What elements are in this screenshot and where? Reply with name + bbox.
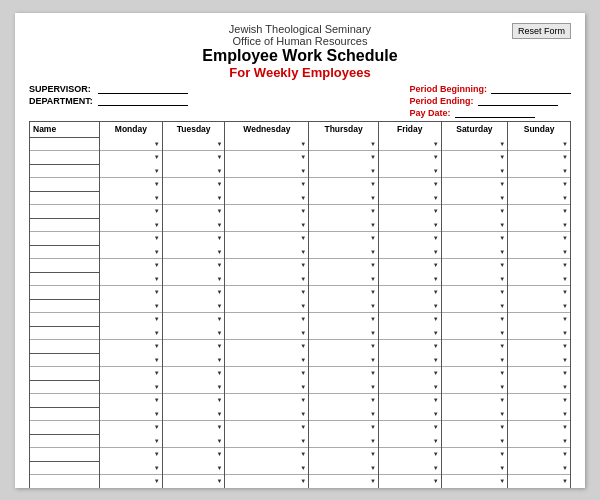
friday-select-1[interactable]: 6:00 AM7:00 AM8:00 AM9:00 AM10:00 AM11:0…: [379, 313, 441, 326]
tuesday-select-1[interactable]: 6:00 AM7:00 AM8:00 AM9:00 AM10:00 AM11:0…: [163, 151, 225, 164]
saturday-select-1[interactable]: 6:00 AM7:00 AM8:00 AM9:00 AM10:00 AM11:0…: [442, 367, 508, 380]
friday-select-0[interactable]: 6:00 AM7:00 AM8:00 AM9:00 AM10:00 AM11:0…: [379, 164, 441, 177]
wednesday-select-1[interactable]: 6:00 AM7:00 AM8:00 AM9:00 AM10:00 AM11:0…: [225, 367, 308, 380]
saturday-select-1[interactable]: 6:00 AM7:00 AM8:00 AM9:00 AM10:00 AM11:0…: [442, 259, 508, 272]
sunday-select-0[interactable]: 6:00 AM7:00 AM8:00 AM9:00 AM10:00 AM11:0…: [508, 245, 570, 258]
sunday-select-1[interactable]: 6:00 AM7:00 AM8:00 AM9:00 AM10:00 AM11:0…: [508, 151, 570, 164]
wednesday-select-0[interactable]: 6:00 AM7:00 AM8:00 AM9:00 AM10:00 AM11:0…: [225, 245, 308, 258]
name-input-bottom[interactable]: [30, 151, 99, 164]
wednesday-select-0[interactable]: 6:00 AM7:00 AM8:00 AM9:00 AM10:00 AM11:0…: [225, 461, 308, 474]
thursday-select-1[interactable]: 6:00 AM7:00 AM8:00 AM9:00 AM10:00 AM11:0…: [309, 367, 378, 380]
friday-select-0[interactable]: 6:00 AM7:00 AM8:00 AM9:00 AM10:00 AM11:0…: [379, 380, 441, 393]
tuesday-select-0[interactable]: 6:00 AM7:00 AM8:00 AM9:00 AM10:00 AM11:0…: [163, 407, 225, 420]
wednesday-select-0[interactable]: 6:00 AM7:00 AM8:00 AM9:00 AM10:00 AM11:0…: [225, 380, 308, 393]
wednesday-select-0[interactable]: 6:00 AM7:00 AM8:00 AM9:00 AM10:00 AM11:0…: [225, 272, 308, 285]
monday-select-0[interactable]: 6:00 AM7:00 AM8:00 AM9:00 AM10:00 AM11:0…: [100, 380, 162, 393]
period-beginning-value[interactable]: [491, 84, 571, 94]
tuesday-select-1[interactable]: 6:00 AM7:00 AM8:00 AM9:00 AM10:00 AM11:0…: [163, 340, 225, 353]
saturday-select-1[interactable]: 6:00 AM7:00 AM8:00 AM9:00 AM10:00 AM11:0…: [442, 394, 508, 407]
saturday-select-1[interactable]: 6:00 AM7:00 AM8:00 AM9:00 AM10:00 AM11:0…: [442, 151, 508, 164]
sunday-select-1[interactable]: 6:00 AM7:00 AM8:00 AM9:00 AM10:00 AM11:0…: [508, 232, 570, 245]
thursday-select-1[interactable]: 6:00 AM7:00 AM8:00 AM9:00 AM10:00 AM11:0…: [309, 475, 378, 488]
tuesday-select-1[interactable]: 6:00 AM7:00 AM8:00 AM9:00 AM10:00 AM11:0…: [163, 421, 225, 434]
saturday-select-0[interactable]: 6:00 AM7:00 AM8:00 AM9:00 AM10:00 AM11:0…: [442, 353, 508, 366]
saturday-select-0[interactable]: 6:00 AM7:00 AM8:00 AM9:00 AM10:00 AM11:0…: [442, 272, 508, 285]
period-ending-value[interactable]: [478, 96, 558, 106]
monday-select-1[interactable]: 6:00 AM7:00 AM8:00 AM9:00 AM10:00 AM11:0…: [100, 259, 162, 272]
wednesday-select-1[interactable]: 6:00 AM7:00 AM8:00 AM9:00 AM10:00 AM11:0…: [225, 394, 308, 407]
name-input-top[interactable]: [30, 381, 99, 393]
name-input-top[interactable]: [30, 246, 99, 258]
saturday-select-0[interactable]: 6:00 AM7:00 AM8:00 AM9:00 AM10:00 AM11:0…: [442, 434, 508, 447]
thursday-select-0[interactable]: 6:00 AM7:00 AM8:00 AM9:00 AM10:00 AM11:0…: [309, 461, 378, 474]
monday-select-1[interactable]: 6:00 AM7:00 AM8:00 AM9:00 AM10:00 AM11:0…: [100, 232, 162, 245]
wednesday-select-1[interactable]: 6:00 AM7:00 AM8:00 AM9:00 AM10:00 AM11:0…: [225, 286, 308, 299]
friday-select-0[interactable]: 6:00 AM7:00 AM8:00 AM9:00 AM10:00 AM11:0…: [379, 353, 441, 366]
sunday-select-1[interactable]: 6:00 AM7:00 AM8:00 AM9:00 AM10:00 AM11:0…: [508, 421, 570, 434]
tuesday-select-0[interactable]: 6:00 AM7:00 AM8:00 AM9:00 AM10:00 AM11:0…: [163, 353, 225, 366]
thursday-select-0[interactable]: 6:00 AM7:00 AM8:00 AM9:00 AM10:00 AM11:0…: [309, 245, 378, 258]
thursday-select-1[interactable]: 6:00 AM7:00 AM8:00 AM9:00 AM10:00 AM11:0…: [309, 259, 378, 272]
sunday-select-1[interactable]: 6:00 AM7:00 AM8:00 AM9:00 AM10:00 AM11:0…: [508, 313, 570, 326]
sunday-select-0[interactable]: 6:00 AM7:00 AM8:00 AM9:00 AM10:00 AM11:0…: [508, 137, 570, 150]
thursday-select-0[interactable]: 6:00 AM7:00 AM8:00 AM9:00 AM10:00 AM11:0…: [309, 191, 378, 204]
tuesday-select-0[interactable]: 6:00 AM7:00 AM8:00 AM9:00 AM10:00 AM11:0…: [163, 137, 225, 150]
friday-select-1[interactable]: 6:00 AM7:00 AM8:00 AM9:00 AM10:00 AM11:0…: [379, 340, 441, 353]
friday-select-1[interactable]: 6:00 AM7:00 AM8:00 AM9:00 AM10:00 AM11:0…: [379, 394, 441, 407]
saturday-select-0[interactable]: 6:00 AM7:00 AM8:00 AM9:00 AM10:00 AM11:0…: [442, 407, 508, 420]
tuesday-select-1[interactable]: 6:00 AM7:00 AM8:00 AM9:00 AM10:00 AM11:0…: [163, 448, 225, 461]
tuesday-select-0[interactable]: 6:00 AM7:00 AM8:00 AM9:00 AM10:00 AM11:0…: [163, 326, 225, 339]
name-input-top[interactable]: [30, 273, 99, 285]
monday-select-1[interactable]: 6:00 AM7:00 AM8:00 AM9:00 AM10:00 AM11:0…: [100, 178, 162, 191]
sunday-select-0[interactable]: 6:00 AM7:00 AM8:00 AM9:00 AM10:00 AM11:0…: [508, 461, 570, 474]
friday-select-0[interactable]: 6:00 AM7:00 AM8:00 AM9:00 AM10:00 AM11:0…: [379, 191, 441, 204]
sunday-select-1[interactable]: 6:00 AM7:00 AM8:00 AM9:00 AM10:00 AM11:0…: [508, 448, 570, 461]
name-input-top[interactable]: [30, 327, 99, 339]
friday-select-1[interactable]: 6:00 AM7:00 AM8:00 AM9:00 AM10:00 AM11:0…: [379, 178, 441, 191]
thursday-select-1[interactable]: 6:00 AM7:00 AM8:00 AM9:00 AM10:00 AM11:0…: [309, 151, 378, 164]
sunday-select-1[interactable]: 6:00 AM7:00 AM8:00 AM9:00 AM10:00 AM11:0…: [508, 205, 570, 218]
friday-select-0[interactable]: 6:00 AM7:00 AM8:00 AM9:00 AM10:00 AM11:0…: [379, 434, 441, 447]
thursday-select-0[interactable]: 6:00 AM7:00 AM8:00 AM9:00 AM10:00 AM11:0…: [309, 380, 378, 393]
name-input-bottom[interactable]: [30, 448, 99, 461]
pay-date-value[interactable]: [455, 108, 535, 118]
monday-select-0[interactable]: 6:00 AM7:00 AM8:00 AM9:00 AM10:00 AM11:0…: [100, 299, 162, 312]
monday-select-1[interactable]: 6:00 AM7:00 AM8:00 AM9:00 AM10:00 AM11:0…: [100, 151, 162, 164]
saturday-select-1[interactable]: 6:00 AM7:00 AM8:00 AM9:00 AM10:00 AM11:0…: [442, 313, 508, 326]
saturday-select-1[interactable]: 6:00 AM7:00 AM8:00 AM9:00 AM10:00 AM11:0…: [442, 421, 508, 434]
wednesday-select-0[interactable]: 6:00 AM7:00 AM8:00 AM9:00 AM10:00 AM11:0…: [225, 353, 308, 366]
tuesday-select-0[interactable]: 6:00 AM7:00 AM8:00 AM9:00 AM10:00 AM11:0…: [163, 299, 225, 312]
thursday-select-1[interactable]: 6:00 AM7:00 AM8:00 AM9:00 AM10:00 AM11:0…: [309, 205, 378, 218]
monday-select-0[interactable]: 6:00 AM7:00 AM8:00 AM9:00 AM10:00 AM11:0…: [100, 218, 162, 231]
thursday-select-1[interactable]: 6:00 AM7:00 AM8:00 AM9:00 AM10:00 AM11:0…: [309, 394, 378, 407]
thursday-select-0[interactable]: 6:00 AM7:00 AM8:00 AM9:00 AM10:00 AM11:0…: [309, 137, 378, 150]
monday-select-0[interactable]: 6:00 AM7:00 AM8:00 AM9:00 AM10:00 AM11:0…: [100, 407, 162, 420]
sunday-select-0[interactable]: 6:00 AM7:00 AM8:00 AM9:00 AM10:00 AM11:0…: [508, 353, 570, 366]
sunday-select-1[interactable]: 6:00 AM7:00 AM8:00 AM9:00 AM10:00 AM11:0…: [508, 259, 570, 272]
wednesday-select-1[interactable]: 6:00 AM7:00 AM8:00 AM9:00 AM10:00 AM11:0…: [225, 205, 308, 218]
saturday-select-0[interactable]: 6:00 AM7:00 AM8:00 AM9:00 AM10:00 AM11:0…: [442, 164, 508, 177]
wednesday-select-0[interactable]: 6:00 AM7:00 AM8:00 AM9:00 AM10:00 AM11:0…: [225, 326, 308, 339]
friday-select-0[interactable]: 6:00 AM7:00 AM8:00 AM9:00 AM10:00 AM11:0…: [379, 137, 441, 150]
name-input-top[interactable]: [30, 300, 99, 312]
tuesday-select-0[interactable]: 6:00 AM7:00 AM8:00 AM9:00 AM10:00 AM11:0…: [163, 461, 225, 474]
saturday-select-1[interactable]: 6:00 AM7:00 AM8:00 AM9:00 AM10:00 AM11:0…: [442, 340, 508, 353]
saturday-select-1[interactable]: 6:00 AM7:00 AM8:00 AM9:00 AM10:00 AM11:0…: [442, 232, 508, 245]
friday-select-1[interactable]: 6:00 AM7:00 AM8:00 AM9:00 AM10:00 AM11:0…: [379, 475, 441, 488]
name-input-bottom[interactable]: [30, 178, 99, 191]
name-input-bottom[interactable]: [30, 286, 99, 299]
wednesday-select-0[interactable]: 6:00 AM7:00 AM8:00 AM9:00 AM10:00 AM11:0…: [225, 218, 308, 231]
wednesday-select-1[interactable]: 6:00 AM7:00 AM8:00 AM9:00 AM10:00 AM11:0…: [225, 313, 308, 326]
thursday-select-0[interactable]: 6:00 AM7:00 AM8:00 AM9:00 AM10:00 AM11:0…: [309, 272, 378, 285]
monday-select-1[interactable]: 6:00 AM7:00 AM8:00 AM9:00 AM10:00 AM11:0…: [100, 313, 162, 326]
name-input-bottom[interactable]: [30, 367, 99, 380]
tuesday-select-0[interactable]: 6:00 AM7:00 AM8:00 AM9:00 AM10:00 AM11:0…: [163, 191, 225, 204]
friday-select-0[interactable]: 6:00 AM7:00 AM8:00 AM9:00 AM10:00 AM11:0…: [379, 218, 441, 231]
department-value[interactable]: [98, 96, 188, 106]
thursday-select-0[interactable]: 6:00 AM7:00 AM8:00 AM9:00 AM10:00 AM11:0…: [309, 353, 378, 366]
tuesday-select-1[interactable]: 6:00 AM7:00 AM8:00 AM9:00 AM10:00 AM11:0…: [163, 286, 225, 299]
thursday-select-0[interactable]: 6:00 AM7:00 AM8:00 AM9:00 AM10:00 AM11:0…: [309, 218, 378, 231]
monday-select-1[interactable]: 6:00 AM7:00 AM8:00 AM9:00 AM10:00 AM11:0…: [100, 448, 162, 461]
thursday-select-1[interactable]: 6:00 AM7:00 AM8:00 AM9:00 AM10:00 AM11:0…: [309, 340, 378, 353]
sunday-select-1[interactable]: 6:00 AM7:00 AM8:00 AM9:00 AM10:00 AM11:0…: [508, 475, 570, 488]
